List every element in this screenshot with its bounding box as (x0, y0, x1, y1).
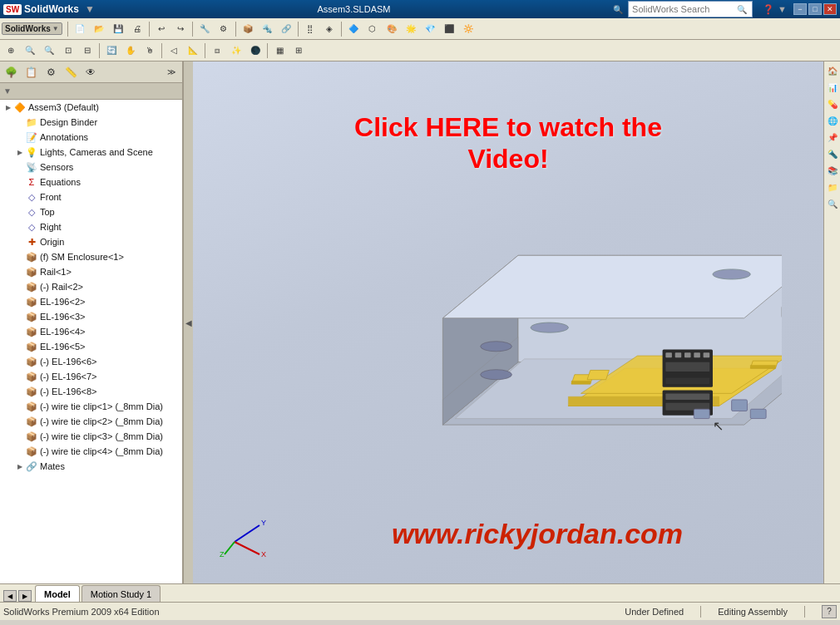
tree-item[interactable]: 📦 (-) Rail<2> (0, 279, 182, 294)
smart-fastener-button[interactable]: 🔩 (258, 20, 276, 38)
solidworks-rx-icon[interactable]: 💊 (825, 96, 840, 111)
new-button[interactable]: 📄 (71, 20, 89, 38)
tree-item[interactable]: 📦 (f) SM Enclosure<1> (0, 249, 182, 264)
zoom-out-button[interactable]: 🔍 (40, 42, 58, 60)
design-library-icon[interactable]: 📚 (825, 163, 840, 178)
rebuild-button[interactable]: 🔧 (195, 20, 214, 38)
tree-item[interactable]: ▶ 💡 Lights, Cameras and Scene (0, 145, 182, 160)
3d-mouse-button[interactable]: 🖱 (141, 42, 159, 60)
file-explorer-icon[interactable]: 📁 (825, 180, 840, 194)
shadowfloor-button[interactable]: ⬛ (440, 20, 458, 38)
tab-right-arrow[interactable]: ▶ (18, 590, 32, 602)
print-button[interactable]: 🖨 (128, 20, 146, 38)
appearance-button[interactable]: 🎨 (383, 20, 401, 38)
tree-item[interactable]: 📦 (-) wire tie clip<2> (_8mm Dia) (0, 414, 182, 429)
zoom-area-button[interactable]: ⊡ (59, 42, 77, 60)
tab-left-arrow[interactable]: ◀ (3, 590, 17, 602)
tree-item[interactable]: 📦 Rail<1> (0, 264, 182, 279)
url-overlay[interactable]: www.rickyjordan.com (392, 518, 683, 550)
tree-item[interactable]: ✚ Origin (0, 234, 182, 249)
zoom-to-fit-button[interactable]: ⊕ (2, 42, 20, 60)
expand-panel-button[interactable]: ≫ (162, 63, 180, 81)
property-manager-tab[interactable]: 📋 (22, 63, 40, 81)
pan-button[interactable]: ✋ (121, 42, 140, 60)
model-tab[interactable]: Model (35, 585, 80, 602)
help-icon[interactable]: ❓ (763, 4, 774, 15)
view-orientation-button[interactable]: 🔷 (344, 20, 363, 38)
tree-item[interactable]: ◇ Right (0, 219, 182, 234)
tree-item[interactable]: ◇ Top (0, 204, 182, 219)
search-input[interactable] (629, 4, 737, 14)
display-style-button[interactable]: ⬡ (363, 20, 382, 38)
ambientocclusion-button[interactable]: 🔆 (459, 20, 477, 38)
tree-item[interactable]: Σ Equations (0, 175, 182, 189)
open-button[interactable]: 📂 (90, 20, 108, 38)
tree-item[interactable]: 📝 Annotations (0, 130, 182, 145)
tree-item[interactable]: 📦 (-) wire tie clip<4> (_8mm Dia) (0, 444, 182, 459)
tree-item-label: (-) EL-196<7> (40, 372, 96, 381)
tree-item[interactable]: 📦 (-) EL-196<8> (0, 384, 182, 399)
tree-item[interactable]: ▶ 🔶 Assem3 (Default) (0, 100, 182, 115)
save-button[interactable]: 💾 (109, 20, 127, 38)
mate-button[interactable]: 🔗 (277, 20, 295, 38)
feature-tree[interactable]: ▶ 🔶 Assem3 (Default) 📁 Design Binder 📝 A… (0, 100, 182, 583)
tree-item[interactable]: 📦 (-) wire tie clip<1> (_8mm Dia) (0, 399, 182, 414)
tree-item[interactable]: 📁 Design Binder (0, 115, 182, 130)
taskpane-icon[interactable]: 📌 (825, 130, 840, 145)
assembly-feature-button[interactable]: ◈ (320, 20, 338, 38)
dim-xpert-tab[interactable]: 📏 (62, 63, 80, 81)
rotate-button[interactable]: 🔄 (102, 42, 121, 60)
close-button[interactable]: ✕ (823, 3, 837, 15)
motion-study-tab[interactable]: Motion Study 1 (82, 585, 161, 602)
tree-item[interactable]: ◇ Front (0, 189, 182, 204)
zoom-sheet-button[interactable]: ⊟ (78, 42, 96, 60)
display-manager-tab[interactable]: 👁 (82, 63, 100, 81)
view-selector-button[interactable]: 📐 (184, 42, 202, 60)
expand-icon (15, 222, 25, 232)
tree-item[interactable]: 📦 EL-196<4> (0, 324, 182, 339)
config-manager-tab[interactable]: ⚙ (42, 63, 60, 81)
options-button[interactable]: ⚙ (215, 20, 233, 38)
section-view-button[interactable]: ⧈ (208, 42, 226, 60)
dynamic-highlight-button[interactable]: ✨ (227, 42, 245, 60)
tree-item[interactable]: ▶ 🔗 Mates (0, 459, 182, 474)
undo-button[interactable]: ↩ (152, 20, 170, 38)
arrow-down-icon[interactable]: ▼ (778, 4, 787, 14)
help-button[interactable]: ? (822, 605, 837, 618)
view-toolbar: ⊕ 🔍 🔍 ⊡ ⊟ 🔄 ✋ 🖱 ◁ 📐 ⧈ ✨ 🌑 ▦ ⊞ (0, 40, 840, 62)
tree-item[interactable]: 📦 (-) wire tie clip<3> (_8mm Dia) (0, 429, 182, 444)
overlay-headline[interactable]: Click HERE to watch the Video! (354, 111, 662, 175)
overlay-text-area[interactable]: Click HERE to watch the Video! (354, 111, 662, 175)
tree-item[interactable]: 📡 Sensors (0, 160, 182, 175)
simulation-icon[interactable]: 📊 (825, 80, 840, 95)
zoom-in-button[interactable]: 🔍 (21, 42, 39, 60)
spotlight-icon[interactable]: 🔦 (825, 146, 840, 161)
add-component-button[interactable]: 📦 (239, 20, 257, 38)
home-view-icon[interactable]: 🏠 (825, 63, 840, 78)
toolbar-separator-5 (298, 22, 299, 37)
tree-item[interactable]: 📦 EL-196<5> (0, 339, 182, 354)
search-results-icon[interactable]: 🔍 (825, 196, 840, 211)
epdm-icon[interactable]: 🌐 (825, 113, 840, 128)
sw-menu-btn[interactable]: SolidWorks ▼ (2, 22, 62, 35)
realview-button[interactable]: 💎 (421, 20, 439, 38)
feature-manager-tab[interactable]: 🌳 (2, 63, 20, 81)
previous-view-button[interactable]: ◁ (165, 42, 183, 60)
expand-icon: ▶ (15, 147, 25, 157)
maximize-button[interactable]: □ (808, 3, 822, 15)
redo-button[interactable]: ↪ (171, 20, 190, 38)
display-pane-button[interactable]: ▦ (270, 42, 289, 60)
linear-pattern-button[interactable]: ⣿ (301, 20, 319, 38)
tree-item-label: EL-196<4> (40, 327, 85, 337)
tree-item[interactable]: 📦 (-) EL-196<7> (0, 369, 182, 384)
3d-viewport[interactable]: Click HERE to watch the Video! (193, 62, 823, 583)
tree-item[interactable]: 📦 EL-196<2> (0, 294, 182, 309)
tree-item[interactable]: 📦 (-) EL-196<6> (0, 354, 182, 369)
tree-item[interactable]: 📦 EL-196<3> (0, 309, 182, 324)
shadows-button[interactable]: 🌑 (246, 42, 264, 60)
scene-button[interactable]: 🌟 (402, 20, 420, 38)
viewport-button[interactable]: ⊞ (289, 42, 308, 60)
search-bar[interactable]: 🔍 (628, 1, 753, 17)
minimize-button[interactable]: − (793, 3, 807, 15)
panel-collapse-button[interactable]: ◀ (183, 62, 193, 583)
